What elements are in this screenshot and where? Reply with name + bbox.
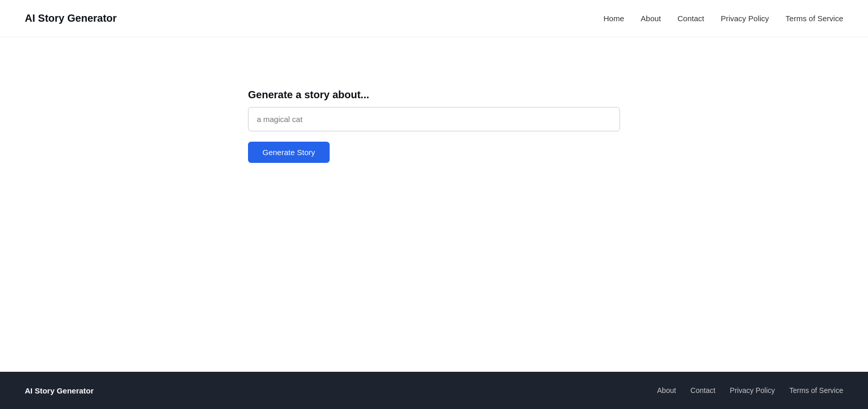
footer-nav-item-contact[interactable]: Contact bbox=[690, 386, 715, 395]
site-footer: AI Story Generator About Contact Privacy… bbox=[0, 372, 868, 409]
footer-nav: About Contact Privacy Policy Terms of Se… bbox=[657, 386, 843, 395]
nav-item-home[interactable]: Home bbox=[603, 14, 624, 23]
nav-item-terms-of-service[interactable]: Terms of Service bbox=[785, 14, 843, 23]
form-label: Generate a story about... bbox=[248, 89, 620, 101]
footer-nav-item-privacy-policy[interactable]: Privacy Policy bbox=[730, 386, 775, 395]
generate-story-button[interactable]: Generate Story bbox=[248, 142, 330, 163]
header-nav: Home About Contact Privacy Policy Terms … bbox=[603, 14, 843, 23]
nav-item-privacy-policy[interactable]: Privacy Policy bbox=[721, 14, 769, 23]
story-form: Generate a story about... Generate Story bbox=[248, 89, 620, 163]
main-content: Generate a story about... Generate Story bbox=[0, 37, 868, 372]
story-input[interactable] bbox=[248, 107, 620, 131]
site-header: AI Story Generator Home About Contact Pr… bbox=[0, 0, 868, 37]
footer-nav-item-terms-of-service[interactable]: Terms of Service bbox=[789, 386, 843, 395]
header-logo[interactable]: AI Story Generator bbox=[25, 12, 117, 24]
footer-logo: AI Story Generator bbox=[25, 386, 94, 395]
nav-item-contact[interactable]: Contact bbox=[677, 14, 704, 23]
footer-nav-item-about[interactable]: About bbox=[657, 386, 676, 395]
nav-item-about[interactable]: About bbox=[641, 14, 661, 23]
